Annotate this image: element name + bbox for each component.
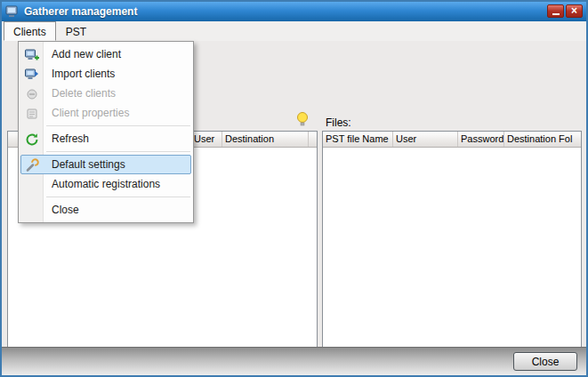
menubar-item-clients[interactable]: Clients: [4, 21, 56, 41]
menu-item-automatic-registrations[interactable]: Automatic registrations: [20, 174, 191, 194]
column-header-user[interactable]: User: [393, 132, 458, 147]
column-header-pst-file-name[interactable]: PST file Name: [323, 132, 393, 147]
menubar: Clients PST: [2, 21, 586, 41]
column-header-destination[interactable]: Destination: [222, 132, 309, 147]
menu-item-label: Import clients: [52, 68, 115, 80]
menu-item-label: Automatic registrations: [52, 178, 160, 190]
wrench-icon: [25, 158, 39, 172]
window-title: Gatherer management: [24, 5, 137, 18]
footer-bar: Close: [2, 347, 586, 375]
close-window-button[interactable]: ×: [566, 4, 583, 18]
files-list-body[interactable]: [323, 148, 581, 365]
menu-separator: [46, 125, 190, 126]
close-icon: ×: [571, 5, 577, 17]
menu-separator: [46, 197, 190, 197]
files-list-panel: PST file Name User Password Destination …: [322, 131, 582, 377]
caption-buttons: ×: [547, 4, 583, 18]
client-properties-icon: [25, 107, 39, 121]
minimize-icon: [552, 13, 560, 15]
import-clients-icon: [25, 68, 39, 82]
column-header-user[interactable]: User: [191, 132, 222, 147]
menu-item-close[interactable]: Close: [20, 200, 191, 220]
menu-item-refresh[interactable]: Refresh: [20, 129, 191, 148]
menubar-item-pst[interactable]: PST: [56, 21, 96, 41]
add-client-icon: [25, 48, 39, 62]
menu-separator: [46, 151, 190, 152]
menu-item-label: Delete clients: [52, 87, 116, 100]
lightbulb-icon: [295, 111, 310, 128]
menu-item-label: Client properties: [52, 107, 129, 119]
menu-item-delete-clients: Delete clients: [20, 84, 191, 103]
menu-item-import-clients[interactable]: Import clients: [20, 64, 191, 84]
delete-clients-icon: [25, 87, 39, 101]
menu-item-label: Close: [52, 204, 79, 216]
files-label: Files:: [326, 116, 351, 129]
menu-item-label: Default settings: [52, 158, 125, 171]
gatherer-management-window: Gatherer management × Clients PST Files:…: [0, 0, 588, 377]
files-list-header: PST file Name User Password Destination …: [323, 132, 581, 148]
menu-item-default-settings[interactable]: Default settings: [20, 155, 191, 174]
minimize-button[interactable]: [547, 4, 564, 18]
titlebar: Gatherer management ×: [2, 2, 586, 21]
menu-item-client-properties: Client properties: [20, 103, 191, 123]
app-icon: [5, 4, 20, 19]
clients-menu: Add new client Import clients Delete cli…: [18, 41, 194, 223]
close-button[interactable]: Close: [513, 352, 577, 371]
menu-item-label: Add new client: [52, 48, 121, 60]
refresh-icon: [25, 132, 39, 147]
column-header-password[interactable]: Password: [458, 132, 504, 147]
column-header-filler: [309, 132, 317, 147]
menu-item-label: Refresh: [52, 132, 89, 145]
menu-item-add-new-client[interactable]: Add new client: [20, 44, 191, 64]
column-header-destination-folder[interactable]: Destination Fol: [504, 132, 581, 147]
